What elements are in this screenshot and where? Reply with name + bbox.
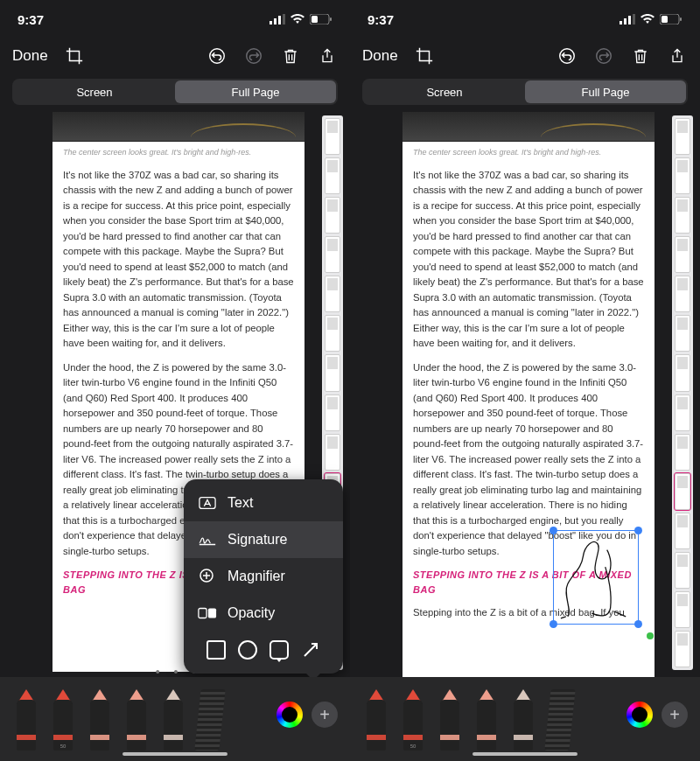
segment-fullpage[interactable]: Full Page (525, 80, 686, 103)
resize-handle-nw[interactable] (550, 527, 557, 534)
page-thumbnail[interactable] (325, 394, 340, 431)
thumbnail-strip[interactable] (672, 115, 693, 670)
pen-tool[interactable]: 50 (399, 684, 427, 751)
done-button[interactable]: Done (12, 47, 48, 65)
trash-icon[interactable] (280, 45, 301, 66)
color-picker[interactable] (276, 702, 303, 728)
ruler-tool[interactable] (196, 684, 224, 751)
shape-speech-bubble[interactable] (270, 640, 289, 660)
shape-arrow[interactable] (301, 640, 320, 660)
shape-square[interactable] (206, 640, 226, 660)
page-thumbnail[interactable] (675, 434, 690, 471)
screenshot-right: 9:37 Done (350, 0, 700, 761)
pen-tool[interactable] (509, 684, 537, 751)
add-annotation-popup[interactable]: Text Signature Magnifier Opacity (184, 479, 343, 674)
shape-circle[interactable] (238, 640, 257, 660)
image-caption: The center screen looks great. It's brig… (413, 147, 644, 159)
undo-icon[interactable] (556, 45, 578, 66)
popup-label: Text (228, 495, 253, 511)
signal-icon (270, 12, 285, 27)
trash-icon[interactable] (630, 45, 651, 66)
crop-icon[interactable] (414, 45, 435, 66)
pen-tool[interactable] (86, 684, 114, 751)
share-icon[interactable] (667, 45, 688, 66)
page-thumbnail[interactable] (675, 118, 690, 155)
pen-tool[interactable]: 50 (49, 684, 77, 751)
tool-palette[interactable]: 50+ (350, 677, 700, 761)
page-thumbnail[interactable] (325, 434, 340, 471)
rotate-handle[interactable] (647, 632, 654, 639)
page-thumbnail[interactable] (325, 157, 340, 194)
page-thumbnail[interactable] (325, 197, 340, 234)
crop-icon[interactable] (64, 45, 85, 66)
share-icon[interactable] (317, 45, 338, 66)
color-picker[interactable] (626, 702, 653, 728)
add-annotation-button[interactable]: + (312, 702, 338, 728)
view-segment[interactable]: Screen Full Page (362, 79, 688, 105)
popup-opacity[interactable]: Opacity (184, 595, 343, 632)
svg-rect-15 (628, 16, 631, 24)
popup-signature[interactable]: Signature (184, 521, 343, 558)
segment-fullpage[interactable]: Full Page (175, 80, 336, 103)
svg-point-20 (560, 49, 575, 64)
body-paragraph-1: It's not like the 370Z was a bad car, so… (63, 168, 294, 352)
page-thumbnail[interactable] (675, 394, 690, 431)
page-thumbnail[interactable] (675, 552, 690, 589)
page-thumbnail[interactable] (325, 118, 340, 155)
popup-label: Magnifier (228, 569, 285, 584)
segment-screen[interactable]: Screen (14, 80, 175, 103)
signature-icon (198, 530, 217, 549)
pen-tool[interactable] (122, 684, 150, 751)
canvas-area[interactable]: The center screen looks great. It's brig… (350, 112, 700, 677)
page-thumbnail[interactable] (675, 631, 690, 667)
popup-magnifier[interactable]: Magnifier (184, 558, 343, 595)
page-thumbnail[interactable] (675, 513, 690, 549)
page-thumbnail[interactable] (675, 315, 690, 352)
svg-rect-12 (208, 609, 216, 618)
image-caption: The center screen looks great. It's brig… (63, 147, 294, 159)
svg-point-8 (247, 49, 262, 64)
canvas-area[interactable]: The center screen looks great. It's brig… (0, 112, 350, 677)
svg-rect-5 (312, 16, 318, 23)
pen-tool[interactable] (159, 684, 187, 751)
resize-handle-sw[interactable] (550, 620, 557, 628)
page-thumbnail[interactable] (675, 276, 690, 312)
add-annotation-button[interactable]: + (662, 702, 688, 728)
hero-image (402, 112, 654, 142)
pen-tool[interactable] (362, 684, 390, 751)
page-thumbnail[interactable] (325, 236, 340, 273)
signature-scribble (557, 534, 634, 620)
done-button[interactable]: Done (362, 47, 398, 65)
page-thumbnail[interactable] (675, 157, 690, 194)
undo-icon[interactable] (206, 45, 228, 66)
body-paragraph-1: It's not like the 370Z was a bad car, so… (413, 168, 644, 352)
svg-rect-19 (680, 17, 682, 21)
pen-tool[interactable] (436, 684, 464, 751)
svg-rect-6 (330, 17, 332, 21)
svg-rect-14 (624, 18, 626, 24)
popup-label: Signature (228, 532, 288, 548)
page-thumbnail[interactable] (325, 315, 340, 352)
page-thumbnail[interactable] (675, 197, 690, 234)
page-thumbnail[interactable] (675, 473, 690, 510)
popup-text[interactable]: Text (184, 485, 343, 521)
ruler-tool[interactable] (546, 684, 574, 751)
page-thumbnail[interactable] (675, 591, 690, 628)
page-thumbnail[interactable] (675, 236, 690, 273)
home-indicator[interactable] (122, 752, 228, 756)
signature-annotation[interactable] (553, 530, 639, 625)
home-indicator[interactable] (472, 752, 578, 756)
resize-handle-se[interactable] (634, 620, 642, 628)
segment-screen[interactable]: Screen (364, 80, 525, 103)
pen-tool[interactable] (12, 684, 40, 751)
page-thumbnail[interactable] (325, 276, 340, 312)
view-segment[interactable]: Screen Full Page (12, 79, 338, 105)
pen-tool[interactable] (472, 684, 500, 751)
page-thumbnail[interactable] (675, 354, 690, 391)
svg-rect-18 (662, 16, 668, 23)
signal-icon (620, 12, 635, 27)
page-thumbnail[interactable] (325, 354, 340, 391)
markup-toolbar: Done (0, 38, 350, 73)
tool-palette[interactable]: 50+ (0, 677, 350, 761)
resize-handle-ne[interactable] (634, 527, 642, 534)
